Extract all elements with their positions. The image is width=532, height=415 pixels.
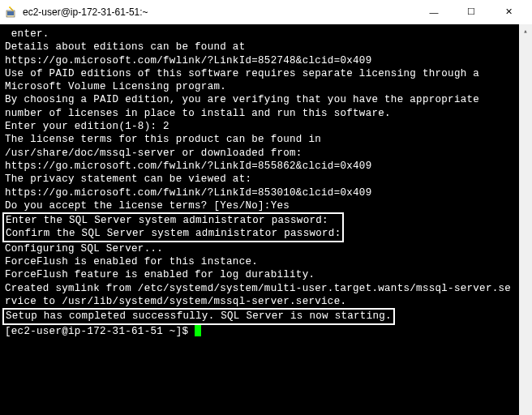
- highlighted-password-prompt: Enter the SQL Server system administrato…: [2, 212, 344, 242]
- maximize-button[interactable]: ☐: [453, 0, 490, 24]
- terminal-output: Do you accept the license terms? [Yes/No…: [5, 199, 527, 212]
- scrollbar[interactable]: ▴: [519, 24, 532, 415]
- terminal-output: Configuring SQL Server...: [5, 242, 527, 255]
- terminal-area[interactable]: enter.Details about editions can be foun…: [0, 24, 532, 415]
- svg-point-3: [9, 6, 11, 8]
- terminal-output: Confirm the SQL Server system administra…: [6, 227, 341, 240]
- terminal-output: ForceFlush is enabled for this instance.: [5, 255, 527, 268]
- highlighted-setup-complete: Setup has completed successfully. SQL Se…: [2, 308, 395, 324]
- terminal-output: Setup has completed successfully. SQL Se…: [6, 310, 392, 322]
- terminal-output: Created symlink from /etc/systemd/system…: [5, 282, 527, 295]
- terminal-output: https://go.microsoft.com/fwlink/?LinkId=…: [5, 160, 527, 173]
- terminal-output: /usr/share/doc/mssql-server or downloade…: [5, 147, 527, 160]
- terminal-output: The privacy statement can be viewed at:: [5, 173, 527, 186]
- svg-rect-1: [7, 11, 14, 15]
- terminal-output: Enter the SQL Server system administrato…: [6, 214, 341, 227]
- terminal-output: ForceFlush feature is enabled for log du…: [5, 268, 527, 281]
- scroll-up-arrow[interactable]: ▴: [519, 24, 532, 37]
- terminal-output: By choosing a PAID edition, you are veri…: [5, 93, 527, 106]
- terminal-output: number of licenses in place to install a…: [5, 107, 527, 120]
- window-title: ec2-user@ip-172-31-61-51:~: [23, 6, 415, 18]
- terminal-output: https://go.microsoft.com/fwlink/?LinkId=…: [5, 54, 527, 67]
- terminal-output: enter.: [5, 28, 527, 41]
- shell-prompt: [ec2-user@ip-172-31-61-51 ~]$: [5, 326, 195, 337]
- terminal-output: rvice to /usr/lib/systemd/system/mssql-s…: [5, 295, 527, 308]
- window-controls: — ☐ ✕: [415, 0, 527, 24]
- minimize-button[interactable]: —: [415, 0, 453, 24]
- terminal-output: Microsoft Volume Licensing program.: [5, 80, 527, 93]
- putty-icon: [5, 6, 18, 19]
- window-titlebar: ec2-user@ip-172-31-61-51:~ — ☐ ✕: [0, 0, 532, 24]
- terminal-output: Details about editions can be found at: [5, 41, 527, 53]
- close-button[interactable]: ✕: [490, 0, 527, 24]
- terminal-output: The license terms for this product can b…: [5, 133, 527, 146]
- cursor: [195, 325, 201, 336]
- terminal-output: Use of PAID editions of this software re…: [5, 67, 527, 80]
- terminal-output: https://go.microsoft.com/fwlink/?LinkId=…: [5, 186, 527, 199]
- terminal-output: Enter your edition(1-8): 2: [5, 120, 527, 133]
